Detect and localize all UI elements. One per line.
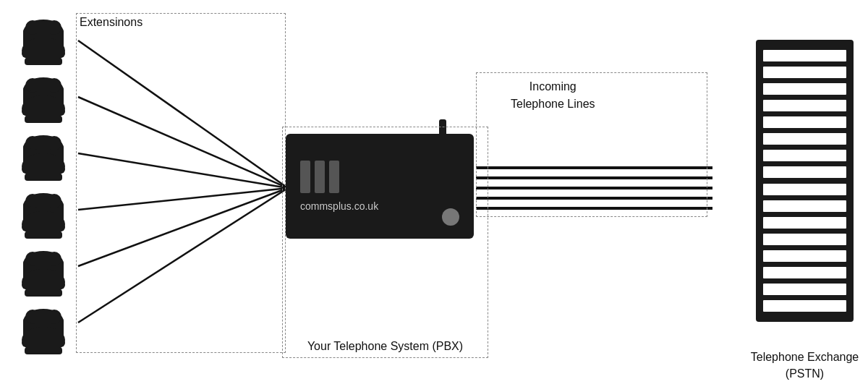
phone-icon-4 [14,188,72,240]
exchange-row-15 [763,284,846,295]
extensions-box [76,13,286,353]
exchange-row-2 [763,67,846,78]
svg-rect-50 [25,289,62,297]
svg-rect-25 [30,80,56,91]
exchange-row-11 [763,217,846,229]
exchange-row-4 [763,100,846,111]
svg-rect-34 [25,174,62,181]
exchange-row-7 [763,150,846,161]
pbx-label: Your Telephone System (PBX) [282,338,488,354]
exchange-row-14 [763,267,846,278]
pbx-dashed-box [282,127,488,358]
exchange-row-12 [763,234,846,245]
incoming-label: Incoming Telephone Lines [511,78,595,113]
svg-rect-22 [22,107,65,116]
svg-rect-49 [30,253,56,265]
phone-icon-3 [14,130,72,182]
exchange-row-3 [763,83,846,95]
phone-icon-5 [14,246,72,298]
svg-rect-38 [22,223,65,231]
exchange-row-8 [763,166,846,178]
extensions-label: Extensinons [80,16,142,29]
exchange-row-6 [763,133,846,145]
exchange-row-5 [763,116,846,128]
svg-rect-17 [30,22,56,33]
exchange-row-16 [763,300,846,312]
exchange-row-9 [763,184,846,195]
phone-icon-1 [14,14,72,67]
diagram-container: Extensinons commsplus.co.uk Your Telepho… [0,0,868,392]
svg-rect-18 [25,58,62,65]
exchange-row-1 [763,50,846,61]
phones-column [14,14,72,356]
svg-rect-30 [22,165,65,174]
svg-rect-42 [25,231,62,239]
exchange-label: Telephone Exchange (PSTN) [741,349,868,382]
phone-icon-6 [14,304,72,356]
telephone-exchange [756,40,854,322]
svg-rect-46 [22,281,65,289]
svg-rect-33 [30,137,56,149]
svg-rect-57 [30,311,56,323]
svg-rect-14 [22,49,65,58]
svg-rect-41 [30,195,56,207]
exchange-row-10 [763,200,846,212]
svg-rect-58 [25,347,62,354]
exchange-row-13 [763,250,846,262]
phone-icon-2 [14,72,72,124]
svg-rect-26 [25,116,62,123]
svg-rect-54 [22,338,65,347]
